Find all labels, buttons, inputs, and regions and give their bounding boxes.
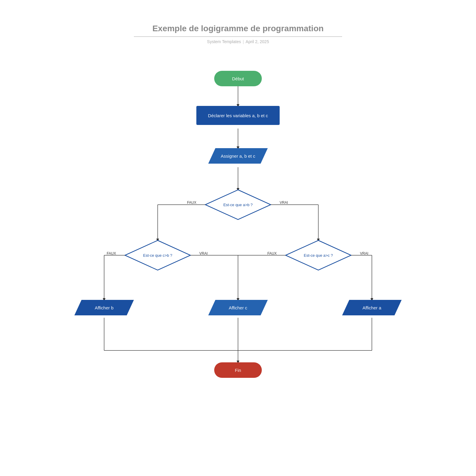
node-afficher-c: Afficher c [208, 300, 268, 315]
header: Exemple de logigramme de programmation S… [134, 24, 342, 44]
svg-text:VRAI: VRAI [360, 251, 368, 256]
node-declarer: Déclarer les variables a, b et c [196, 106, 280, 125]
svg-text:Est-ce que a>c ?: Est-ce que a>c ? [304, 253, 333, 258]
subtitle: System Templates | April 2, 2025 [207, 39, 269, 44]
svg-text:Est-ce que c>b ?: Est-ce que c>b ? [143, 253, 172, 258]
page-container: Exemple de logigramme de programmation S… [0, 0, 476, 476]
node-fin: Fin [214, 362, 262, 378]
node-afficher-a: Afficher a [342, 300, 402, 315]
node-debut: Début [214, 71, 262, 86]
svg-text:FAUX: FAUX [107, 251, 116, 256]
svg-text:Est-ce que a>b ?: Est-ce que a>b ? [223, 203, 253, 207]
svg-text:VRAI: VRAI [199, 251, 208, 256]
svg-text:VRAI: VRAI [280, 201, 288, 205]
node-afficher-b: Afficher b [74, 300, 134, 315]
date-label: April 2, 2025 [246, 39, 269, 44]
svg-text:FAUX: FAUX [187, 201, 196, 205]
node-assigner: Assigner a, b et c [208, 148, 268, 164]
separator: | [243, 39, 244, 44]
flowchart: Est-ce que a>b ? FAUX VRAI Est-ce que c>… [74, 62, 402, 419]
svg-text:FAUX: FAUX [267, 251, 277, 256]
source-label: System Templates [207, 39, 241, 44]
page-title: Exemple de logigramme de programmation [134, 24, 342, 37]
